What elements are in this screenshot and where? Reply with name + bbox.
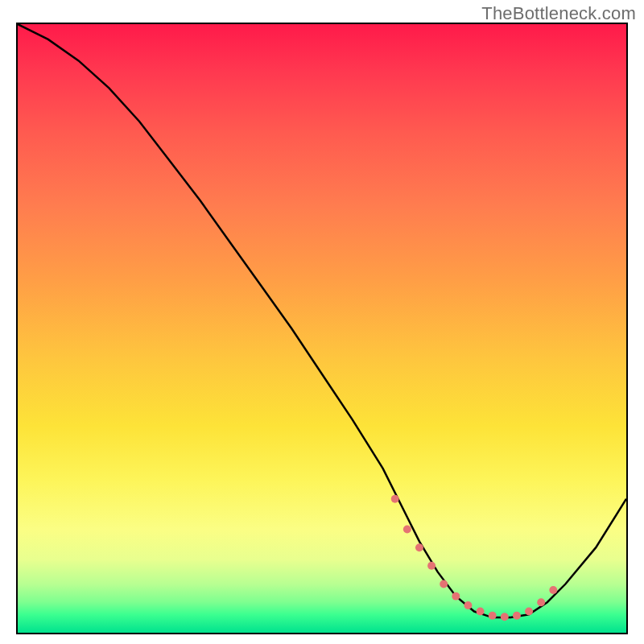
marker-dot bbox=[501, 613, 509, 621]
marker-dot bbox=[415, 543, 423, 551]
marker-dot bbox=[464, 601, 472, 609]
marker-group bbox=[391, 495, 558, 621]
marker-dot bbox=[513, 612, 521, 620]
marker-dot bbox=[391, 495, 399, 503]
marker-dot bbox=[525, 608, 533, 616]
plot-area bbox=[16, 23, 628, 634]
marker-dot bbox=[427, 562, 436, 570]
watermark-label: TheBottleneck.com bbox=[481, 3, 636, 24]
bottleneck-chart: TheBottleneck.com bbox=[0, 0, 644, 644]
marker-dot bbox=[477, 608, 485, 616]
marker-dot bbox=[440, 580, 448, 588]
marker-dot bbox=[403, 526, 411, 534]
marker-dot bbox=[452, 592, 460, 601]
curve-overlay bbox=[18, 24, 626, 633]
marker-dot bbox=[489, 612, 497, 620]
marker-dot bbox=[549, 586, 557, 594]
bottleneck-curve bbox=[18, 24, 626, 617]
marker-dot bbox=[537, 598, 545, 606]
